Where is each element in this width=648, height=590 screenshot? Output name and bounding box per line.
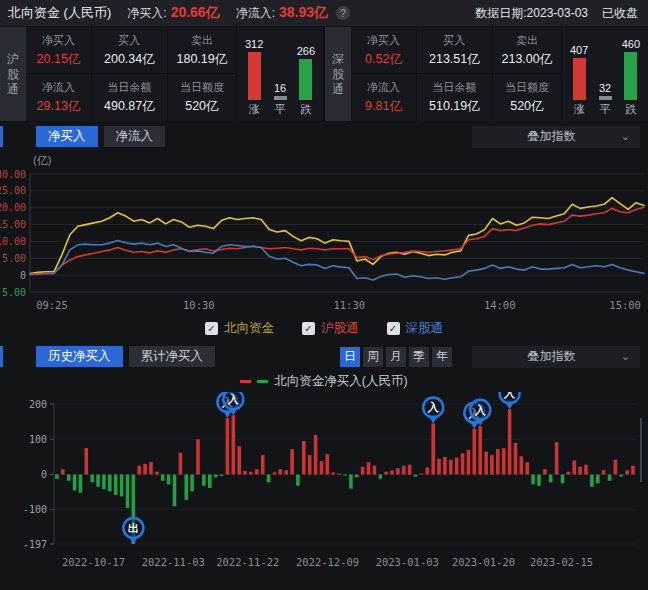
tab-net-inflow[interactable]: 净流入 (104, 126, 166, 147)
svg-text:入: 入 (474, 404, 487, 417)
period-quarter-button[interactable]: 季 (409, 347, 429, 367)
period-week-button[interactable]: 周 (363, 347, 383, 367)
top-bar: 北向资金 (人民币) 净买入: 20.66亿 净流入: 38.93亿 ? 数据日… (0, 0, 648, 26)
hugutong-stats-grid: 净买入20.15亿 买入200.34亿 卖出180.19亿 净流入29.13亿 … (26, 27, 237, 121)
help-icon[interactable]: ? (336, 6, 350, 20)
legend-item-hugutong[interactable]: ✓ 沪股通 (302, 320, 359, 337)
legend-item-north[interactable]: ✓ 北向资金 (205, 320, 274, 337)
intraday-line-chart: 30.0025.0020.0015.0010.005.000-5.0009:25… (0, 166, 648, 316)
stat-cell: 净流入29.13亿 (26, 74, 92, 121)
stat-cell: 买入200.34亿 (92, 27, 168, 74)
down-count-bar (624, 52, 637, 100)
svg-text:2022-10-17: 2022-10-17 (62, 556, 125, 568)
svg-text:5.00: 5.00 (2, 253, 26, 264)
shengutong-vertical-label: 深股通 (325, 27, 351, 121)
net-buy-value: 20.66亿 (171, 4, 220, 22)
hugutong-vertical-label: 沪股通 (0, 27, 26, 121)
green-dash-icon (257, 380, 268, 383)
page-title: 北向资金 (人民币) (8, 4, 111, 22)
svg-text:11:30: 11:30 (333, 299, 365, 311)
flat-count-bar (274, 96, 287, 100)
svg-text:10.00: 10.00 (0, 236, 26, 247)
stat-cell: 当日额度520亿 (168, 74, 237, 121)
svg-text:-197: -197 (23, 539, 47, 550)
period-year-button[interactable]: 年 (432, 347, 452, 367)
up-count-bar (573, 58, 586, 100)
net-inflow-label: 净流入: (236, 5, 275, 22)
history-section-header: 历史净买入 累计净买入 日 周 月 季 年 叠加指数 ⌄ (0, 343, 648, 370)
y-axis-unit-label: (亿) (33, 153, 648, 166)
svg-text:15.00: 15.00 (0, 219, 26, 230)
svg-text:2022-12-09: 2022-12-09 (296, 556, 359, 568)
section-accent-bar (0, 126, 3, 147)
svg-text:-100: -100 (23, 504, 47, 515)
svg-text:-5.00: -5.00 (0, 287, 26, 298)
stat-cell: 卖出213.00亿 (493, 27, 562, 74)
svg-text:25.00: 25.00 (0, 185, 26, 196)
net-inflow-value: 38.93亿 (279, 4, 328, 22)
svg-text:0: 0 (41, 469, 47, 480)
panel-hugutong: 沪股通 净买入20.15亿 买入200.34亿 卖出180.19亿 净流入29.… (0, 27, 323, 121)
overlay-index-dropdown[interactable]: 叠加指数 ⌄ (472, 126, 640, 148)
svg-text:14:00: 14:00 (484, 299, 516, 311)
period-day-button[interactable]: 日 (340, 347, 360, 367)
checkbox-checked-icon[interactable]: ✓ (302, 322, 315, 335)
net-buy-label: 净买入: (127, 5, 166, 22)
stat-cell: 当日余额510.19亿 (417, 74, 493, 121)
svg-text:20.00: 20.00 (0, 202, 26, 213)
chevron-down-icon: ⌄ (621, 130, 630, 143)
stats-panels: 沪股通 净买入20.15亿 买入200.34亿 卖出180.19亿 净流入29.… (0, 27, 648, 121)
svg-text:09:25: 09:25 (36, 299, 68, 311)
svg-text:入: 入 (227, 393, 240, 406)
period-buttons: 日 周 月 季 年 (340, 347, 452, 367)
svg-text:出: 出 (128, 522, 139, 534)
up-count-bar (248, 52, 261, 100)
stat-cell: 净流入9.81亿 (351, 74, 417, 121)
svg-text:2022-11-03: 2022-11-03 (142, 556, 205, 568)
down-count-bar (299, 59, 312, 100)
stat-cell: 净买入0.52亿 (351, 27, 417, 74)
shengutong-updown-bars: 407涨 32平 460跌 (562, 27, 648, 121)
stat-cell: 卖出180.19亿 (168, 27, 237, 74)
data-date: 数据日期:2023-03-03 (475, 5, 588, 22)
stat-cell: 买入213.51亿 (417, 27, 493, 74)
tab-cumulative-net-buy[interactable]: 累计净买入 (129, 346, 216, 367)
hugutong-updown-bars: 312涨 16平 266跌 (237, 27, 323, 121)
stat-cell: 当日余额490.87亿 (92, 74, 168, 121)
svg-text:15:00: 15:00 (609, 299, 641, 311)
svg-text:10:30: 10:30 (183, 299, 215, 311)
legend-item-shengutong[interactable]: ✓ 深股通 (387, 320, 444, 337)
shengutong-stats-grid: 净买入0.52亿 买入213.51亿 卖出213.00亿 净流入9.81亿 当日… (351, 27, 562, 121)
stat-cell: 净买入20.15亿 (26, 27, 92, 74)
svg-text:入: 入 (427, 401, 440, 414)
svg-text:入: 入 (503, 392, 516, 400)
svg-text:30.00: 30.00 (0, 169, 26, 180)
bar-chart-legend: 北向资金净买入(人民币) (0, 370, 648, 392)
period-month-button[interactable]: 月 (386, 347, 406, 367)
svg-text:2023-01-03: 2023-01-03 (376, 556, 439, 568)
red-dash-icon (240, 380, 251, 383)
tab-history-net-buy[interactable]: 历史净买入 (36, 346, 123, 367)
svg-text:2023-02-15: 2023-02-15 (530, 556, 593, 568)
intraday-section-header: 净买入 净流入 叠加指数 ⌄ (0, 123, 648, 150)
checkbox-checked-icon[interactable]: ✓ (387, 322, 400, 335)
stat-cell: 当日额度520亿 (493, 74, 562, 121)
line-chart-legend: ✓ 北向资金 ✓ 沪股通 ✓ 深股通 (0, 316, 648, 341)
market-status: 已收盘 (602, 5, 638, 22)
tab-net-buy[interactable]: 净买入 (36, 126, 98, 147)
svg-text:100: 100 (29, 434, 47, 445)
svg-text:200: 200 (29, 399, 47, 410)
svg-text:2023-01-20: 2023-01-20 (452, 556, 515, 568)
section-accent-bar (0, 346, 3, 367)
svg-text:2022-11-22: 2022-11-22 (216, 556, 279, 568)
overlay-index-dropdown[interactable]: 叠加指数 ⌄ (472, 346, 640, 368)
bar-legend-label: 北向资金净买入(人民币) (274, 373, 407, 390)
chevron-down-icon: ⌄ (621, 350, 630, 363)
flat-count-bar (599, 96, 612, 100)
panel-shengutong: 深股通 净买入0.52亿 买入213.51亿 卖出213.00亿 净流入9.81… (325, 27, 648, 121)
history-bar-chart: 2001000-100-1972022-10-172022-11-032022-… (0, 392, 648, 580)
checkbox-checked-icon[interactable]: ✓ (205, 322, 218, 335)
svg-text:0: 0 (20, 270, 26, 281)
